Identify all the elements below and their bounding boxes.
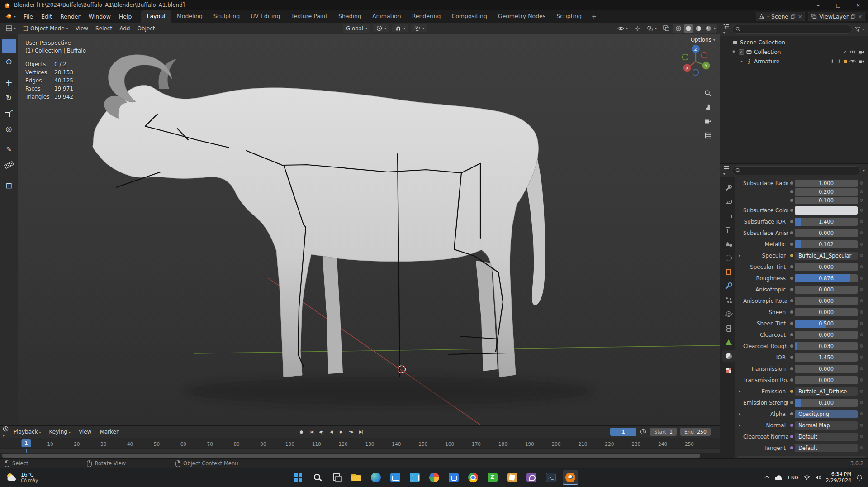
workspace-tab-layout[interactable]: Layout <box>141 10 171 23</box>
property-row[interactable]: ▸ Clearcoat Rough... 0.030 <box>735 340 868 352</box>
property-field[interactable]: Opacity.png <box>795 410 858 418</box>
viewlayer-selector[interactable]: ViewLayer × <box>808 12 865 21</box>
snapping-button[interactable]: ▾ <box>392 24 408 32</box>
properties-tab-modifiers[interactable] <box>722 280 735 292</box>
pan-button[interactable] <box>702 102 713 113</box>
properties-tab-texture[interactable] <box>722 364 735 376</box>
editor-type-button[interactable]: ▾ <box>3 24 19 33</box>
menu-render[interactable]: Render <box>56 11 85 22</box>
unlink-scene-icon[interactable]: × <box>798 14 802 19</box>
collection-checkbox[interactable] <box>739 49 744 55</box>
scrollbar-thumb[interactable] <box>2 454 700 458</box>
decorator-dot-icon[interactable] <box>858 356 865 359</box>
expand-arrow-icon[interactable]: ▸ <box>736 389 743 393</box>
taskbar-app-photos[interactable] <box>427 470 442 485</box>
navigation-gizmo[interactable]: Z X Y <box>679 43 712 77</box>
decorator-dot-icon[interactable] <box>858 181 865 185</box>
menu-edit[interactable]: Edit <box>37 11 56 22</box>
weather-widget[interactable]: 16°C Có mây <box>0 468 43 487</box>
property-field[interactable]: 0.100 <box>795 399 858 407</box>
playhead-line[interactable] <box>26 449 27 453</box>
decorator-dot-icon[interactable] <box>858 446 865 449</box>
workspace-tab-rendering[interactable]: Rendering <box>407 10 446 23</box>
taskbar-app-zalo[interactable] <box>485 470 500 485</box>
buffalo-model[interactable] <box>93 55 545 377</box>
minimize-button[interactable]: – <box>808 0 828 10</box>
viewport-menu-select[interactable]: Select <box>92 24 115 33</box>
volume-icon[interactable] <box>815 475 821 480</box>
workspace-tab-geometry-nodes[interactable]: Geometry Nodes <box>493 10 551 23</box>
xray-toggle[interactable] <box>663 25 669 31</box>
property-row[interactable]: ▸ Transmission Ro... 0.000 <box>735 374 868 386</box>
decorator-dot-icon[interactable] <box>858 299 865 302</box>
properties-editor-type-button[interactable]: ▾ <box>723 165 729 177</box>
timeline-tracks[interactable] <box>0 448 720 453</box>
decorator-dot-icon[interactable] <box>858 288 865 291</box>
property-row[interactable]: ▸ Metallic 0.102 <box>735 239 868 250</box>
workspace-tab-scripting[interactable]: Scripting <box>551 10 587 23</box>
property-field[interactable]: 0.000 <box>795 263 858 271</box>
property-field[interactable]: Normal Map <box>795 421 858 430</box>
property-field[interactable]: Default <box>795 433 858 441</box>
taskbar-app-store[interactable] <box>446 470 461 485</box>
overlays-toggle[interactable]: ▾ <box>644 24 660 33</box>
timeline-menu-marker[interactable]: Marker▾ <box>95 426 122 437</box>
properties-tab-particles[interactable] <box>722 294 735 306</box>
workspace-tab-uv-editing[interactable]: UV Editing <box>245 10 285 23</box>
decorator-dot-icon[interactable] <box>858 390 865 393</box>
viewport-menu-object[interactable]: Object <box>134 24 158 33</box>
outliner-row-armature[interactable]: ▸ Armature <box>720 57 868 66</box>
property-row[interactable]: ▸ Emission Strength 0.100 <box>735 397 868 408</box>
decorator-dot-icon[interactable] <box>858 243 865 246</box>
network-icon[interactable] <box>804 475 810 480</box>
property-row[interactable]: ▸ Anisotropic Rota... 0.000 <box>735 295 868 306</box>
decorator-dot-icon[interactable] <box>858 209 865 212</box>
properties-tab-material[interactable] <box>722 350 735 362</box>
decorator-dot-icon[interactable] <box>858 333 865 336</box>
taskbar-app-search[interactable] <box>310 470 325 485</box>
camera-visibility-icon[interactable] <box>858 59 864 64</box>
timeline-editor-type-button[interactable]: ▾ <box>3 426 9 438</box>
tool-rotate[interactable] <box>2 91 16 105</box>
property-row[interactable]: ▸ Subsurface Radius 1.000 <box>735 179 868 187</box>
workspace-tab-modeling[interactable]: Modeling <box>171 10 208 23</box>
notifications-bell-icon[interactable] <box>856 474 863 481</box>
workspace-tab-shading[interactable]: Shading <box>333 10 367 23</box>
viewport-options-button[interactable]: Options ▾ <box>691 37 715 43</box>
taskbar-app-file-explorer[interactable] <box>349 470 364 485</box>
menu-file[interactable]: File <box>19 11 37 22</box>
taskbar-app-start[interactable] <box>290 470 306 485</box>
timeline-menu-keying[interactable]: Keying▾ <box>45 426 75 437</box>
property-row[interactable]: ▸ Sheen Tint 0.500 <box>735 318 868 329</box>
remove-viewlayer-icon[interactable]: × <box>858 14 862 19</box>
toggle-ortho-button[interactable] <box>702 130 713 141</box>
transform-orientation-dropdown[interactable]: Global ▾ <box>343 24 370 33</box>
properties-tab-output[interactable] <box>722 210 735 222</box>
expand-arrow-icon[interactable]: ▸ <box>739 59 745 63</box>
frame-end-field[interactable]: End250 <box>680 428 711 436</box>
property-field[interactable]: 0.102 <box>795 240 858 248</box>
tool-cursor[interactable] <box>2 54 16 69</box>
transport-button-prev-keyframe[interactable]: ◀• <box>318 428 325 436</box>
property-row[interactable]: ▸ Emission Buffalo_A1_Diffuse <box>735 386 868 397</box>
decorator-dot-icon[interactable] <box>858 220 865 223</box>
decorator-dot-icon[interactable] <box>858 435 865 438</box>
property-field[interactable]: 1.400 <box>795 218 858 226</box>
properties-search-input[interactable] <box>732 166 860 175</box>
show-hide-dropdown[interactable]: ▾ <box>614 25 631 32</box>
workspace-tab-sculpting[interactable]: Sculpting <box>208 10 245 23</box>
workspace-tab-compositing[interactable]: Compositing <box>446 10 492 23</box>
property-row[interactable]: ▸ Tangent Default <box>735 442 868 454</box>
taskbar-app-mail[interactable] <box>388 470 403 485</box>
property-field[interactable]: 0.000 <box>795 297 858 305</box>
properties-tab-view-layer[interactable] <box>722 224 735 236</box>
onedrive-cloud-icon[interactable] <box>774 475 783 481</box>
camera-view-button[interactable] <box>702 116 713 127</box>
playhead-frame-badge[interactable]: 1 <box>22 439 31 447</box>
properties-tab-render[interactable] <box>722 196 735 208</box>
property-field[interactable] <box>795 206 858 215</box>
zoom-button[interactable] <box>702 88 713 99</box>
properties-tab-object[interactable] <box>722 266 735 278</box>
tool-scale[interactable] <box>2 106 16 120</box>
selectable-check-icon[interactable]: ✓ <box>844 49 847 54</box>
